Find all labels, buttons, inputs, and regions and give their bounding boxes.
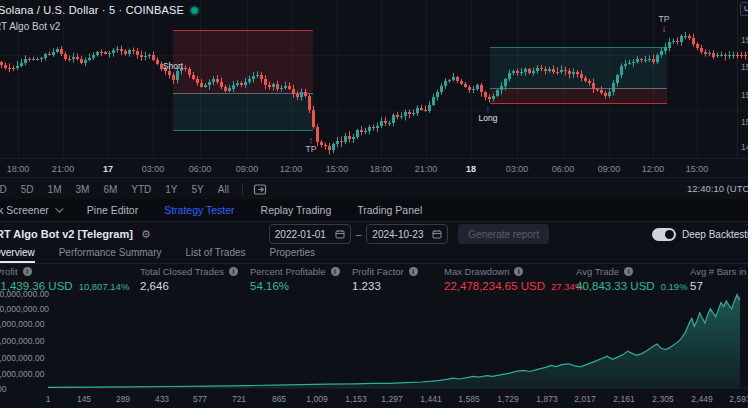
metric-label-text: Avg # Bars in Trades — [690, 266, 748, 277]
report-tab-properties[interactable]: Properties — [270, 247, 316, 263]
range-button-all[interactable]: All — [211, 184, 236, 195]
metric-label: Avg Tradei — [576, 266, 688, 277]
time-axis-label: 15:00 — [686, 164, 709, 174]
long-entry-marker: ↑Long — [476, 105, 500, 123]
metric-value: 54.16% — [250, 280, 340, 292]
report-tab-performance-summary[interactable]: Performance Summary — [59, 247, 162, 263]
metric-label-text: Net Profit — [0, 266, 18, 277]
equity-x-label: 1,585 — [458, 394, 479, 404]
currency-toggle[interactable]: USD — [740, 2, 748, 16]
indicator-name: RT Algo Bot v2 — [0, 21, 60, 32]
metric-label-text: Percent Profitable — [250, 266, 326, 277]
time-axis-label: 18:00 — [370, 164, 393, 174]
range-button-5y[interactable]: 5Y — [185, 184, 211, 195]
clock-utc[interactable]: 12:40:10 (UTC) — [687, 183, 748, 194]
equity-x-label: 1,729 — [497, 394, 518, 404]
price-chart-canvas[interactable]: Short↓↑TP↑LongTP↓ Solana / U.S. Dollar ·… — [0, 0, 748, 158]
date-to-field[interactable] — [366, 224, 448, 244]
info-icon[interactable]: i — [23, 267, 32, 276]
down-arrow-icon: ↓ — [171, 71, 176, 80]
equity-x-label: 865 — [272, 394, 286, 404]
long-tp-marker: TP↓ — [652, 15, 676, 33]
info-icon[interactable]: i — [331, 267, 340, 276]
trade-markers-layer: Short↓↑TP↑LongTP↓ — [0, 0, 748, 158]
generate-report-button[interactable]: Generate report — [458, 224, 549, 244]
equity-x-label: 1,873 — [536, 394, 557, 404]
price-axis-label: 152 — [741, 90, 748, 100]
date-range-dash: – — [356, 229, 362, 240]
equity-y-label: 80,000,000.00 — [0, 319, 44, 329]
metric-value: 40,843.33 USD0.19% — [576, 280, 688, 292]
range-button-3m[interactable]: 3M — [69, 184, 97, 195]
price-axis-label: 148 — [741, 142, 748, 152]
down-arrow-icon: ↓ — [662, 24, 667, 33]
price-axis-label: 154 — [741, 62, 748, 72]
metrics-row: Net Profiti8,071,439.36 USD10,807.14%Tot… — [0, 263, 748, 293]
metric-label: Profit Factori — [352, 266, 418, 277]
strategy-name: RT Algo Bot v2 [Telegram] — [0, 228, 133, 240]
calendar-icon — [432, 229, 442, 239]
equity-y-label: 60,000,000.00 — [0, 336, 44, 346]
metric-label-text: Total Closed Trades — [140, 266, 224, 277]
range-button-1d[interactable]: 1D — [0, 184, 14, 195]
panel-tab-trading-panel[interactable]: Trading Panel — [357, 204, 422, 216]
deep-backtesting-label: Deep Backtesting — [682, 229, 748, 240]
equity-x-label: 2,449 — [691, 394, 712, 404]
date-from-input[interactable] — [275, 229, 335, 240]
info-icon[interactable]: i — [514, 267, 523, 276]
time-axis-label: 15:00 — [326, 164, 349, 174]
market-open-dot-icon — [191, 7, 198, 14]
equity-y-label: 0.00 — [0, 384, 7, 394]
report-tabs: OverviewPerformance SummaryList of Trade… — [0, 247, 748, 264]
info-icon[interactable]: i — [624, 267, 633, 276]
equity-x-label: 1 — [46, 394, 51, 404]
range-button-1m[interactable]: 1M — [41, 184, 69, 195]
date-from-field[interactable] — [269, 224, 351, 244]
time-axis-label: 12:00 — [642, 164, 665, 174]
panel-tab-stock-screener[interactable]: Stock Screener — [0, 204, 61, 216]
metric-value: 2,646 — [140, 280, 238, 292]
report-tab-list-of-trades[interactable]: List of Trades — [186, 247, 246, 263]
metric-value: 1.233 — [352, 280, 418, 292]
go-to-date-icon[interactable] — [253, 183, 268, 196]
equity-x-label: 145 — [77, 394, 91, 404]
metric-label-text: Profit Factor — [352, 266, 404, 277]
strategy-settings-gear-icon[interactable]: ⚙ — [141, 228, 151, 241]
range-button-5d[interactable]: 5D — [14, 184, 41, 195]
time-axis-label: 12:00 — [280, 164, 303, 174]
info-icon[interactable]: i — [409, 267, 418, 276]
metric-avg-bars-in-trades: Avg # Bars in Tradesi57 — [690, 266, 748, 292]
equity-x-label: 2,305 — [652, 394, 673, 404]
equity-x-label: 1,441 — [420, 394, 441, 404]
time-axis[interactable]: 18:0021:001703:0006:0009:0012:0015:0018:… — [0, 158, 748, 178]
metric-label: Net Profiti — [0, 266, 129, 277]
deep-backtesting-control: Deep Backtesting — [652, 221, 748, 247]
time-axis-label: 18:00 — [7, 164, 30, 174]
price-axis[interactable]: USD 156154152150148 — [737, 0, 748, 158]
date-range-presets: 1D5D1M3M6MYTD1Y5YAll — [0, 184, 236, 195]
metric-label: Total Closed Tradesi — [140, 266, 238, 277]
strategy-header: RT Algo Bot v2 [Telegram] ⚙ – Generate r… — [0, 221, 748, 247]
deep-backtesting-toggle[interactable] — [652, 228, 676, 241]
equity-x-label: 1,297 — [381, 394, 402, 404]
chart-bottom-toolbar: 1D5D1M3M6MYTD1Y5YAll 12:40:10 (UTC) — [0, 177, 748, 200]
equity-curve-pane[interactable]: 120,000,000.00100,000,000.0080,000,000.0… — [0, 293, 748, 408]
range-button-6m[interactable]: 6M — [96, 184, 124, 195]
equity-x-label: 433 — [155, 394, 169, 404]
price-axis-label: 156 — [741, 35, 748, 45]
equity-y-label: 20,000,000.00 — [0, 369, 44, 379]
panel-tab-replay-trading[interactable]: Replay Trading — [261, 204, 332, 216]
time-axis-label: 21:00 — [415, 164, 438, 174]
date-to-input[interactable] — [372, 229, 432, 240]
bottom-panel-tabs: Stock ScreenerPine EditorStrategy Tester… — [0, 199, 748, 222]
short-tp-marker-label: TP — [306, 145, 317, 154]
report-tab-overview[interactable]: Overview — [0, 247, 35, 263]
equity-x-label: 577 — [193, 394, 207, 404]
equity-y-label: 100,000,000.00 — [0, 304, 49, 314]
info-icon[interactable]: i — [229, 267, 238, 276]
panel-tab-pine-editor[interactable]: Pine Editor — [87, 204, 138, 216]
range-button-ytd[interactable]: YTD — [124, 184, 158, 195]
range-button-1y[interactable]: 1Y — [158, 184, 184, 195]
symbol-title: Solana / U.S. Dollar · 5 · COINBASE — [0, 4, 198, 16]
panel-tab-strategy-tester[interactable]: Strategy Tester — [164, 204, 234, 216]
